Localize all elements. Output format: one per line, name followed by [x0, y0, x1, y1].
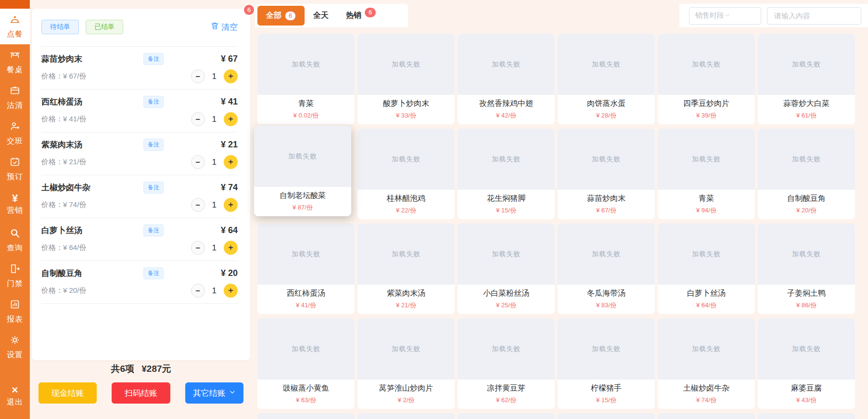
other-checkout-button[interactable]: 其它结账 — [185, 382, 243, 404]
decrease-qty-button[interactable]: − — [191, 112, 205, 126]
menu-tab[interactable]: 全天 — [305, 6, 337, 26]
sidebar-top-block — [0, 0, 30, 9]
search-input[interactable] — [767, 7, 861, 25]
menu-item-name: 自制老坛酸菜 — [254, 191, 351, 201]
menu-item-name: 四季豆炒肉片 — [658, 99, 755, 109]
order-item-name: 白萝卜丝汤 — [41, 225, 143, 236]
load-failed-text: 加载失败 — [592, 155, 621, 164]
cash-checkout-button[interactable]: 现金结账 — [38, 382, 97, 404]
note-tag-button[interactable]: 备注 — [143, 53, 164, 65]
note-tag-button[interactable]: 备注 — [143, 224, 164, 236]
load-failed-text: 加载失败 — [692, 345, 721, 354]
sidebar-item-soldout[interactable]: 沽清 — [0, 80, 30, 116]
increase-qty-button[interactable]: ＋ — [224, 69, 238, 83]
menu-item-price: ¥ 15/份 — [458, 206, 555, 215]
menu-item-card[interactable]: 加载失败 柠檬猪手 ¥ 15/份 — [558, 318, 655, 409]
decrease-qty-button[interactable]: − — [191, 284, 205, 298]
pending-orders-button[interactable]: 待结单 — [41, 20, 79, 34]
sidebar-item-reservation[interactable]: 预订 — [0, 151, 30, 187]
clear-order-button[interactable]: 清空 — [210, 21, 238, 33]
menu-item-card[interactable]: 加载失败 白萝卜丝汤 ¥ 64/份 — [658, 223, 755, 314]
order-item-price: ¥ 20 — [221, 268, 238, 278]
menu-item-card[interactable]: 加载失败 蒜苗炒肉末 ¥ 67/份 — [558, 129, 655, 219]
increase-qty-button[interactable]: ＋ — [224, 155, 238, 169]
menu-card-partial[interactable] — [658, 413, 755, 419]
soldout-box-icon — [9, 85, 21, 98]
menu-item-card[interactable]: 加载失败 酸萝卜炒肉末 ¥ 33/份 — [357, 34, 455, 124]
menu-item-card[interactable]: 加载失败 肉饼蒸水蛋 ¥ 28/份 — [558, 34, 655, 124]
menu-card-partial[interactable] — [758, 413, 855, 419]
sale-period-select[interactable]: 销售时段 — [689, 7, 761, 25]
menu-card-partial[interactable] — [458, 413, 555, 419]
sidebar-item-tables[interactable]: 餐桌 — [0, 44, 30, 80]
chevron-down-icon — [724, 12, 731, 20]
menu-item-card[interactable]: 加载失败 冬瓜海带汤 ¥ 83/份 — [558, 223, 655, 314]
menu-item-name: 柠檬猪手 — [558, 383, 655, 393]
menu-item-card[interactable]: 加载失败 莴笋淮山炒肉片 ¥ 2/份 — [357, 318, 455, 409]
menu-item-name: 白萝卜丝汤 — [658, 288, 755, 299]
menu-item-card[interactable]: 加载失败 紫菜肉末汤 ¥ 21/份 — [357, 223, 455, 314]
scan-checkout-button[interactable]: 扫码结账 — [112, 382, 170, 404]
order-item-price: ¥ 21 — [221, 140, 238, 150]
sidebar-item-shift[interactable]: 交班 — [0, 116, 30, 151]
order-item-price: ¥ 41 — [221, 97, 238, 107]
sidebar-item-reports[interactable]: 报表 — [0, 294, 30, 329]
menu-card-partial[interactable] — [257, 413, 355, 419]
menu-item-card[interactable]: 加载失败 花生焖猪脚 ¥ 15/份 — [458, 129, 555, 219]
menu-item-name: 蒜蓉炒大白菜 — [758, 99, 855, 109]
increase-qty-button[interactable]: ＋ — [224, 284, 238, 298]
table-icon — [9, 49, 21, 63]
menu-item-card[interactable]: 加载失败 青菜 ¥ 94/份 — [658, 129, 755, 219]
note-tag-button[interactable]: 备注 — [143, 267, 164, 279]
sidebar-item-query[interactable]: 查询 — [0, 223, 30, 258]
increase-qty-button[interactable]: ＋ — [224, 241, 238, 255]
load-failed-text: 加载失败 — [692, 250, 721, 259]
menu-item-card[interactable]: 加载失败 土椒炒卤牛杂 ¥ 74/份 — [658, 318, 755, 409]
settings-gear-icon — [9, 334, 21, 348]
menu-tab[interactable]: 热销 6 — [337, 6, 384, 26]
order-count-badge: 6 — [243, 4, 255, 16]
menu-item-card[interactable]: 加载失败 小白菜粉丝汤 ¥ 25/份 — [458, 223, 555, 314]
sidebar-item-settings[interactable]: 设置 — [0, 329, 30, 365]
menu-item-card[interactable]: 加载失败 凉拌黄豆芽 ¥ 62/份 — [458, 318, 555, 409]
settled-orders-button[interactable]: 已结单 — [86, 20, 123, 34]
menu-item-card[interactable]: 加载失败 豉椒蒸小黄鱼 ¥ 63/份 — [257, 318, 355, 409]
sidebar-item-access[interactable]: 门禁 — [0, 258, 30, 294]
menu-item-card[interactable]: 加载失败 自制酸豆角 ¥ 20/份 — [758, 129, 855, 219]
menu-item-image-placeholder: 加载失败 — [558, 129, 655, 190]
menu-tab[interactable]: 全部 6 — [257, 6, 305, 26]
menu-item-card[interactable]: 加载失败 四季豆炒肉片 ¥ 39/份 — [658, 34, 755, 124]
decrease-qty-button[interactable]: − — [191, 198, 205, 212]
menu-item-card[interactable]: 加载失败 自制老坛酸菜 ¥ 87/份 — [254, 126, 351, 216]
note-tag-button[interactable]: 备注 — [143, 182, 164, 194]
increase-qty-button[interactable]: ＋ — [224, 112, 238, 126]
sidebar-item-exit[interactable]: × 退出 — [0, 379, 30, 414]
reservation-calendar-icon — [9, 156, 21, 170]
menu-item-card[interactable]: 加载失败 青菜 ¥ 0.02/份 — [257, 34, 355, 124]
decrease-qty-button[interactable]: − — [191, 69, 205, 83]
note-tag-button[interactable]: 备注 — [143, 96, 164, 108]
unit-price-label: 价格：¥ 41/份 — [41, 115, 86, 124]
qty-value: 1 — [212, 72, 217, 81]
menu-item-card[interactable]: 加载失败 子姜焖土鸭 ¥ 86/份 — [758, 223, 855, 314]
note-tag-button[interactable]: 备注 — [143, 139, 164, 151]
load-failed-text: 加载失败 — [288, 152, 317, 161]
menu-item-card[interactable]: 加载失败 孜然香辣鸡中翅 ¥ 42/份 — [458, 34, 555, 124]
load-failed-text: 加载失败 — [292, 345, 320, 354]
sidebar-item-marketing[interactable]: ¥ 营销 — [0, 187, 30, 223]
menu-item-image-placeholder: 加载失败 — [458, 34, 555, 95]
menu-item-card[interactable]: 加载失败 麻婆豆腐 ¥ 43/份 — [758, 318, 855, 409]
menu-item-card[interactable]: 加载失败 蒜蓉炒大白菜 ¥ 61/份 — [758, 34, 855, 124]
dish-cloche-icon — [9, 13, 21, 27]
menu-item-price: ¥ 94/份 — [658, 206, 755, 215]
menu-item-price: ¥ 86/份 — [758, 301, 855, 310]
menu-card-partial[interactable] — [558, 413, 655, 419]
menu-item-card[interactable]: 加载失败 西红柿蛋汤 ¥ 41/份 — [257, 223, 355, 314]
increase-qty-button[interactable]: ＋ — [224, 198, 238, 212]
sidebar-item-order[interactable]: 点餐 — [0, 9, 30, 44]
decrease-qty-button[interactable]: − — [191, 241, 205, 255]
decrease-qty-button[interactable]: − — [191, 155, 205, 169]
qty-value: 1 — [212, 243, 217, 253]
menu-card-partial[interactable] — [357, 413, 455, 419]
menu-item-card[interactable]: 加载失败 桂林醋泡鸡 ¥ 22/份 — [357, 129, 455, 219]
